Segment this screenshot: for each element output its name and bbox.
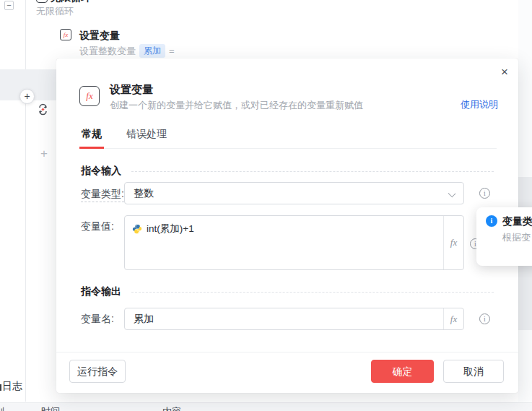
set-variable-dialog: × fx 设置变量 创建一个新的变量并给它赋值，或对已经存在的变量重新赋值 使用… bbox=[56, 59, 518, 393]
loop-node-title: 无限循环 bbox=[51, 0, 91, 4]
help-link[interactable]: 使用说明 bbox=[461, 98, 498, 111]
add-node-button[interactable]: + bbox=[19, 89, 35, 104]
close-icon[interactable]: × bbox=[497, 65, 512, 79]
log-panel-title: 日志 bbox=[2, 380, 22, 393]
infinite-loop-icon bbox=[37, 103, 49, 116]
dialog-title: 设置变量 bbox=[110, 83, 153, 97]
setvar-node-fx-icon: fx bbox=[60, 29, 71, 40]
var-name-input[interactable]: 累加 fx bbox=[124, 308, 464, 330]
var-name-fx-button[interactable]: fx bbox=[443, 308, 463, 329]
var-name-info-icon[interactable]: i bbox=[479, 313, 490, 324]
setvar-node-title[interactable]: 设置变量 bbox=[79, 30, 120, 43]
python-icon bbox=[132, 224, 142, 234]
tooltip-body: 根据变 bbox=[502, 231, 531, 244]
ok-button[interactable]: 确定 bbox=[371, 360, 434, 383]
input-section-title: 指令输入 bbox=[81, 165, 121, 178]
run-instruction-button[interactable]: 运行指令 bbox=[69, 360, 126, 383]
info-filled-icon: i bbox=[486, 215, 497, 227]
var-value-fx-button[interactable]: fx bbox=[443, 216, 463, 269]
log-col-content: 内容 bbox=[162, 405, 181, 411]
loop-node-icon bbox=[36, 0, 48, 3]
log-col-level: 级别 bbox=[0, 405, 4, 411]
tab-error-handling[interactable]: 错误处理 bbox=[124, 128, 169, 148]
insert-step-button[interactable]: + bbox=[40, 147, 48, 161]
collapse-minus-button[interactable]: − bbox=[4, 1, 14, 10]
var-value-code: int(累加)+1 bbox=[132, 222, 194, 235]
var-value-input[interactable]: int(累加)+1 fx bbox=[124, 215, 464, 270]
dialog-description: 创建一个新的变量并给它赋值，或对已经存在的变量重新赋值 bbox=[110, 99, 363, 112]
log-table-header: 级别 时间 内容 bbox=[0, 402, 532, 411]
setvar-node-subtitle: 设置整数变量 累加 = bbox=[79, 44, 175, 58]
tab-general[interactable]: 常规 bbox=[79, 128, 104, 149]
setvar-operator: = bbox=[169, 46, 175, 56]
chevron-down-icon bbox=[448, 190, 456, 198]
var-name-label: 变量名: bbox=[81, 313, 114, 326]
var-type-label: 变量类型: bbox=[81, 188, 124, 202]
log-col-time: 时间 bbox=[41, 405, 60, 411]
input-section-header: 指令输入 bbox=[81, 165, 494, 178]
cancel-button[interactable]: 取消 bbox=[443, 360, 504, 383]
var-type-info-icon[interactable]: i bbox=[479, 188, 490, 199]
dialog-footer: 运行指令 确定 取消 bbox=[56, 352, 518, 393]
output-section-header: 指令输出 bbox=[81, 285, 494, 298]
tooltip-title: 变量类 bbox=[502, 215, 532, 228]
log-title-partial-mark bbox=[0, 384, 1, 391]
tree-indent-line bbox=[25, 0, 26, 402]
loop-node-subtitle: 无限循环 bbox=[36, 5, 74, 18]
variable-tag[interactable]: 累加 bbox=[139, 44, 165, 58]
var-type-select[interactable]: 整数 bbox=[124, 182, 464, 204]
section-dashed-line bbox=[131, 171, 494, 172]
var-name-value: 累加 bbox=[134, 313, 154, 324]
dialog-tabs: 常规 错误处理 bbox=[79, 128, 497, 149]
output-section-title: 指令输出 bbox=[81, 285, 121, 298]
var-type-tooltip: i 变量类 根据变 bbox=[476, 207, 532, 266]
dialog-fx-icon: fx bbox=[79, 86, 100, 106]
var-value-label: 变量值: bbox=[81, 220, 114, 233]
section-dashed-line bbox=[131, 292, 494, 293]
setvar-subtitle-text: 设置整数变量 bbox=[79, 45, 136, 58]
var-type-value: 整数 bbox=[134, 187, 154, 199]
var-value-text: int(累加)+1 bbox=[147, 222, 194, 235]
app-screen: − 无限循环 无限循环 fx 设置变量 设置整数变量 累加 = + + 日志 级… bbox=[0, 0, 532, 411]
